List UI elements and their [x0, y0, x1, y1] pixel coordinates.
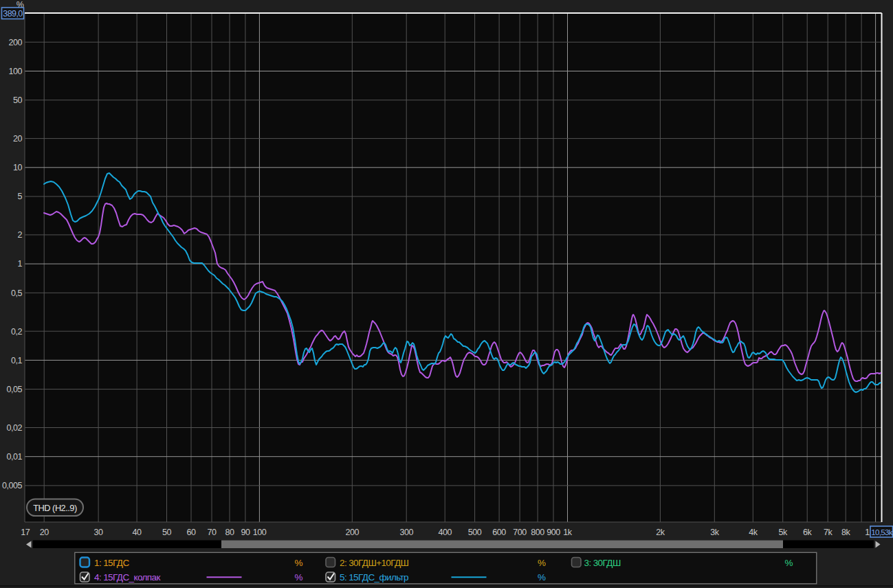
- svg-text:200: 200: [8, 38, 22, 47]
- svg-text:0,5: 0,5: [11, 289, 23, 298]
- svg-text:50: 50: [13, 95, 23, 105]
- svg-text:1: 1: [17, 259, 22, 269]
- svg-text:70: 70: [207, 528, 217, 537]
- svg-text:389,0: 389,0: [3, 9, 23, 19]
- svg-text:17: 17: [21, 528, 30, 537]
- svg-text:4: 15ГДС_колпак: 4: 15ГДС_колпак: [94, 572, 160, 583]
- svg-text:20: 20: [13, 134, 23, 144]
- svg-text:600: 600: [492, 528, 506, 537]
- svg-text:5: 15ГДС_фильтр: 5: 15ГДС_фильтр: [340, 572, 408, 583]
- svg-text:40: 40: [133, 528, 142, 537]
- svg-text:4k: 4k: [749, 528, 758, 537]
- svg-text:5k: 5k: [779, 528, 789, 537]
- svg-text:0,05: 0,05: [6, 385, 22, 394]
- svg-text:700: 700: [513, 528, 527, 537]
- svg-text:80: 80: [225, 528, 234, 537]
- svg-text:200: 200: [346, 528, 360, 537]
- svg-text:50: 50: [162, 528, 172, 537]
- svg-text:5: 5: [17, 192, 22, 201]
- svg-text:%: %: [295, 558, 303, 568]
- svg-text:500: 500: [468, 528, 482, 537]
- svg-text:%: %: [538, 558, 546, 568]
- svg-text:2: 2: [17, 230, 22, 240]
- svg-text:90: 90: [241, 528, 250, 537]
- svg-text:0,02: 0,02: [6, 423, 22, 433]
- svg-text:900: 900: [547, 528, 560, 537]
- svg-text:800: 800: [531, 528, 544, 537]
- svg-text:%: %: [295, 572, 303, 583]
- svg-text:10,53k: 10,53k: [871, 528, 893, 536]
- svg-text:10: 10: [13, 163, 23, 172]
- svg-text:60: 60: [186, 528, 196, 537]
- svg-text:2: 30ГДШ+10ГДШ: 2: 30ГДШ+10ГДШ: [340, 558, 409, 568]
- svg-text:3: 30ГДШ: 3: 30ГДШ: [584, 558, 621, 568]
- svg-text:20: 20: [40, 528, 49, 537]
- svg-text:0,01: 0,01: [6, 452, 22, 462]
- svg-text:100: 100: [253, 528, 267, 537]
- svg-text:1: 1: [865, 528, 870, 537]
- svg-text:%: %: [785, 558, 793, 568]
- svg-text:300: 300: [399, 528, 413, 537]
- svg-text:1: 15ГДС: 1: 15ГДС: [94, 558, 129, 568]
- svg-text:THD (H2..9): THD (H2..9): [33, 503, 77, 513]
- svg-text:%: %: [538, 572, 546, 583]
- svg-text:2k: 2k: [656, 528, 665, 537]
- svg-text:7k: 7k: [824, 528, 833, 537]
- svg-text:30: 30: [94, 528, 104, 537]
- svg-text:3k: 3k: [710, 528, 720, 537]
- svg-text:8k: 8k: [841, 528, 851, 537]
- svg-text:0,2: 0,2: [11, 327, 23, 337]
- svg-text:0,005: 0,005: [2, 481, 23, 490]
- svg-text:1k: 1k: [563, 528, 573, 537]
- svg-text:400: 400: [438, 528, 452, 537]
- svg-text:0,1: 0,1: [11, 356, 23, 365]
- svg-text:100: 100: [8, 67, 22, 76]
- svg-text:6k: 6k: [803, 528, 813, 537]
